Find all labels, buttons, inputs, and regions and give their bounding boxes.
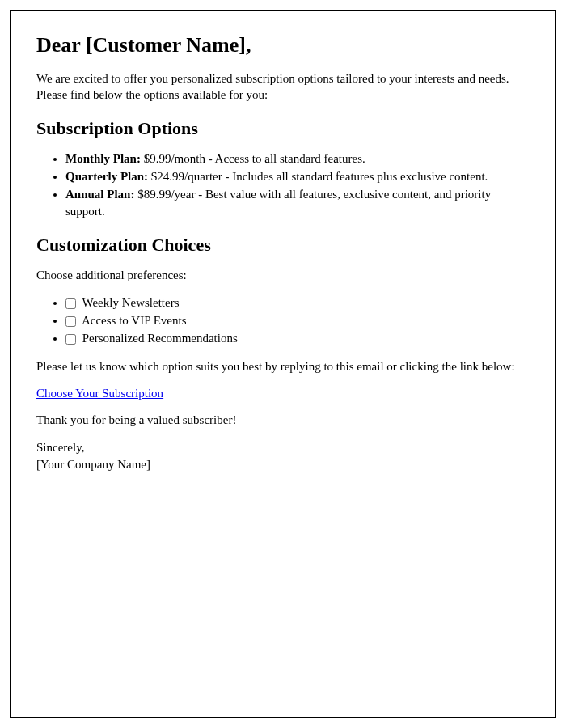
choice-label-recommendations: Personalized Recommendations xyxy=(79,332,238,345)
plan-label-annual: Annual Plan: xyxy=(65,188,134,201)
plan-desc-quarterly: $24.99/quarter - Includes all standard f… xyxy=(148,170,488,183)
checkbox-newsletters[interactable] xyxy=(65,298,76,309)
cta-paragraph: Please let us know which option suits yo… xyxy=(36,358,530,375)
choice-item-recommendations: Personalized Recommendations xyxy=(65,330,530,347)
choice-item-vip-events: Access to VIP Events xyxy=(65,312,530,329)
customization-choice-list: Weekly Newsletters Access to VIP Events … xyxy=(65,294,530,347)
customization-intro: Choose additional preferences: xyxy=(36,267,530,283)
choice-label-newsletters: Weekly Newsletters xyxy=(79,296,179,309)
plan-item-quarterly: Quarterly Plan: $24.99/quarter - Include… xyxy=(65,168,530,185)
plan-label-monthly: Monthly Plan: xyxy=(65,152,141,165)
greeting-heading: Dear [Customer Name], xyxy=(36,33,530,57)
subscription-plan-list: Monthly Plan: $9.99/month - Access to al… xyxy=(65,150,530,220)
signoff-line1: Sincerely, xyxy=(36,439,530,455)
plan-item-annual: Annual Plan: $89.99/year - Best value wi… xyxy=(65,186,530,220)
choice-item-newsletters: Weekly Newsletters xyxy=(65,294,530,311)
checkbox-recommendations[interactable] xyxy=(65,334,76,345)
signoff-block: Sincerely, [Your Company Name] xyxy=(36,439,530,472)
plan-item-monthly: Monthly Plan: $9.99/month - Access to al… xyxy=(65,150,530,167)
link-block: Choose Your Subscription xyxy=(36,386,530,400)
customization-choices-heading: Customization Choices xyxy=(36,235,530,256)
plan-label-quarterly: Quarterly Plan: xyxy=(65,170,148,183)
document-container: Dear [Customer Name], We are excited to … xyxy=(10,10,556,718)
signoff-line2: [Your Company Name] xyxy=(36,456,530,472)
thank-you-paragraph: Thank you for being a valued subscriber! xyxy=(36,412,530,428)
choice-label-vip-events: Access to VIP Events xyxy=(79,314,187,327)
intro-paragraph: We are excited to offer you personalized… xyxy=(36,70,530,104)
subscription-options-heading: Subscription Options xyxy=(36,118,530,139)
plan-desc-monthly: $9.99/month - Access to all standard fea… xyxy=(141,152,365,165)
checkbox-vip-events[interactable] xyxy=(65,316,76,327)
choose-subscription-link[interactable]: Choose Your Subscription xyxy=(36,387,163,400)
